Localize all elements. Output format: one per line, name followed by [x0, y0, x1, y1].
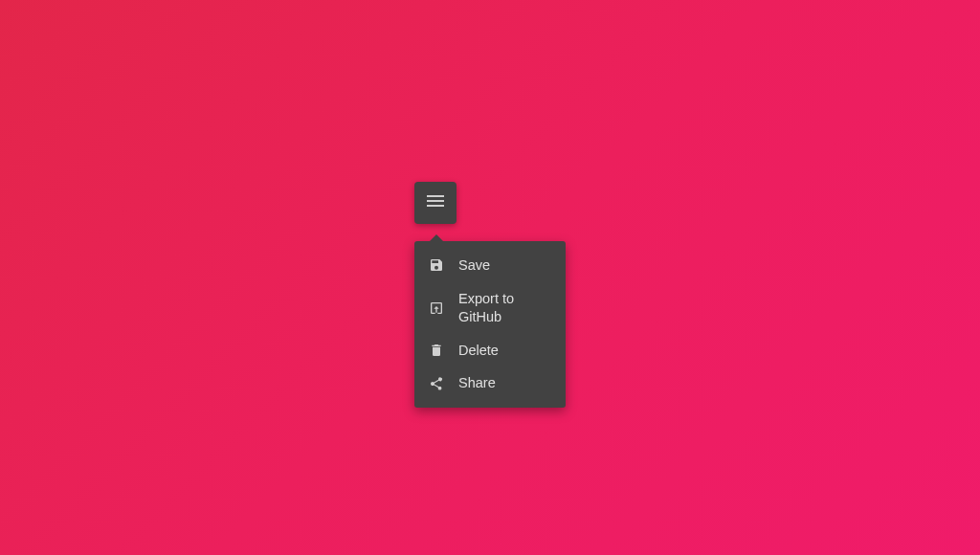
menu-container: Save Export to GitHub Delete Share [414, 182, 457, 224]
menu-item-save[interactable]: Save [414, 249, 566, 282]
menu-item-label: Save [458, 256, 490, 275]
save-icon [428, 256, 445, 274]
export-icon [428, 300, 445, 317]
menu-item-share[interactable]: Share [414, 366, 566, 400]
delete-icon [428, 342, 445, 359]
menu-item-label: Share [458, 374, 496, 392]
menu-item-label: Delete [458, 342, 499, 360]
menu-item-delete[interactable]: Delete [414, 334, 566, 367]
hamburger-icon [424, 189, 447, 216]
dropdown-menu: Save Export to GitHub Delete Share [414, 241, 566, 408]
menu-item-label: Export to GitHub [458, 290, 552, 326]
share-icon [428, 375, 445, 392]
menu-item-export[interactable]: Export to GitHub [414, 282, 566, 334]
menu-toggle-button[interactable] [414, 182, 457, 224]
